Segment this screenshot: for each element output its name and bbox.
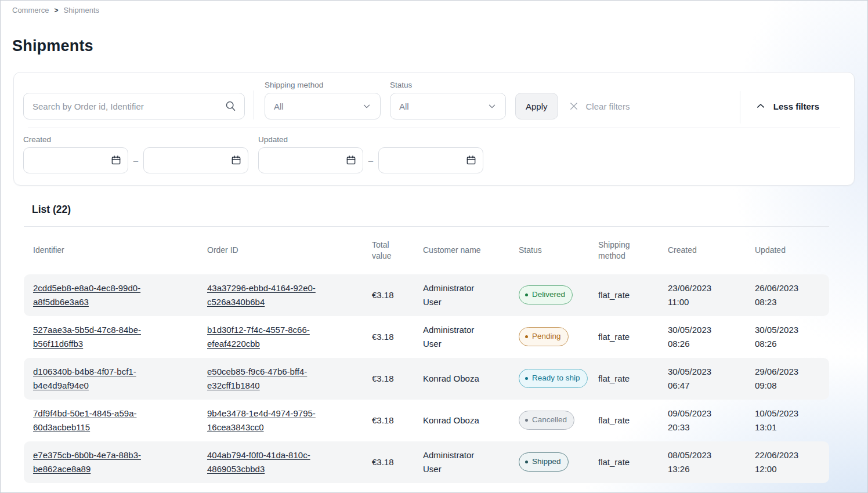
search-input[interactable] bbox=[23, 93, 245, 119]
column-header-updated: Updated bbox=[746, 227, 829, 274]
status-dot-icon bbox=[525, 419, 528, 422]
order-id-link[interactable]: b1d30f12-7f4c-4557-8c66-efeaf4220cbb bbox=[207, 323, 338, 351]
status-value: All bbox=[399, 102, 409, 111]
customer-name-cell: Administrator User bbox=[414, 316, 509, 358]
table-body: 2cdd5eb8-e8a0-4ec8-99d0-a8f5db6e3a63 43a… bbox=[24, 274, 829, 483]
shipments-table: Identifier Order ID Total value Customer… bbox=[24, 227, 829, 483]
shipping-method-cell: flat_rate bbox=[589, 448, 659, 476]
table-row: d106340b-b4b8-4f07-bcf1-b4e4d9af94e0 e50… bbox=[24, 358, 829, 400]
status-cell: Shipped bbox=[509, 445, 589, 478]
calendar-icon[interactable] bbox=[465, 154, 477, 166]
date-range-separator: – bbox=[128, 155, 143, 165]
shipping-method-value: All bbox=[274, 102, 284, 111]
order-id-link[interactable]: 404ab794-f0f0-41da-810c-4869053cbbd3 bbox=[207, 448, 338, 476]
calendar-icon[interactable] bbox=[345, 154, 357, 166]
status-label: Status bbox=[390, 81, 506, 89]
calendar-icon[interactable] bbox=[110, 154, 122, 166]
status-cell: Delivered bbox=[509, 278, 589, 311]
status-cell: Cancelled bbox=[509, 404, 589, 437]
column-header-customer-name: Customer name bbox=[414, 227, 509, 274]
updated-cell: 22/06/2023 12:00 bbox=[746, 441, 829, 483]
status-badge: Ready to ship bbox=[519, 369, 588, 388]
order-id-cell: 9b4e3478-1e4d-4974-9795-16cea3843cc0 bbox=[198, 400, 363, 441]
close-icon bbox=[569, 101, 579, 111]
table-row: 2cdd5eb8-e8a0-4ec8-99d0-a8f5db6e3a63 43a… bbox=[24, 274, 829, 316]
status-badge-label: Shipped bbox=[532, 455, 561, 468]
status-cell: Pending bbox=[509, 320, 589, 353]
search-icon bbox=[225, 100, 237, 112]
updated-cell: 30/05/2023 08:26 bbox=[746, 316, 829, 358]
created-cell: 30/05/2023 06:47 bbox=[659, 358, 746, 400]
shipping-method-select[interactable]: All bbox=[265, 93, 381, 119]
status-badge: Pending bbox=[519, 327, 569, 346]
column-header-order-id: Order ID bbox=[198, 227, 363, 274]
status-dot-icon bbox=[525, 293, 528, 296]
column-header-status: Status bbox=[509, 227, 589, 274]
clear-filters-button[interactable]: Clear filters bbox=[569, 93, 630, 119]
order-id-link[interactable]: 9b4e3478-1e4d-4974-9795-16cea3843cc0 bbox=[207, 407, 338, 434]
chevron-up-icon bbox=[755, 101, 766, 111]
identifier-link[interactable]: e7e375cb-6b0b-4e7a-88b3-be862ace8a89 bbox=[33, 448, 164, 476]
breadcrumb-item-shipments[interactable]: Shipments bbox=[64, 6, 99, 14]
shipping-method-label: Shipping method bbox=[265, 81, 381, 89]
updated-cell: 26/06/2023 08:23 bbox=[746, 274, 829, 316]
table-row: 7df9f4bd-50e1-4845-a59a-60d3acbeb115 9b4… bbox=[24, 400, 829, 441]
customer-name-cell: Administrator User bbox=[414, 274, 509, 316]
identifier-cell: d106340b-b4b8-4f07-bcf1-b4e4d9af94e0 bbox=[24, 358, 198, 400]
table-row: 527aae3a-5b5d-47c8-84be-b56f11d6ffb3 b1d… bbox=[24, 316, 829, 358]
status-select[interactable]: All bbox=[390, 93, 506, 119]
status-dot-icon bbox=[525, 335, 528, 338]
identifier-link[interactable]: d106340b-b4b8-4f07-bcf1-b4e4d9af94e0 bbox=[33, 365, 164, 393]
status-badge-label: Pending bbox=[532, 330, 561, 343]
created-cell: 30/05/2023 08:26 bbox=[659, 316, 746, 358]
chevron-down-icon bbox=[487, 101, 497, 111]
customer-name-cell: Konrad Oboza bbox=[414, 407, 509, 434]
shipping-method-cell: flat_rate bbox=[589, 323, 659, 351]
list-title: List (22) bbox=[32, 204, 867, 216]
identifier-cell: 7df9f4bd-50e1-4845-a59a-60d3acbeb115 bbox=[24, 400, 198, 441]
shipping-method-cell: flat_rate bbox=[589, 281, 659, 309]
chevron-down-icon bbox=[361, 101, 372, 111]
filters-divider bbox=[254, 90, 254, 119]
total-value-cell: €3.18 bbox=[363, 448, 414, 476]
page-title: Shipments bbox=[12, 37, 867, 55]
status-badge: Delivered bbox=[519, 285, 573, 304]
updated-cell: 29/06/2023 09:08 bbox=[746, 358, 829, 400]
calendar-icon[interactable] bbox=[230, 154, 242, 166]
created-cell: 08/05/2023 13:26 bbox=[659, 441, 746, 483]
filters-row-divider bbox=[28, 128, 840, 128]
identifier-link[interactable]: 2cdd5eb8-e8a0-4ec8-99d0-a8f5db6e3a63 bbox=[33, 281, 164, 309]
filters-panel: Shipping method All Status All bbox=[13, 72, 855, 186]
status-dot-icon bbox=[525, 377, 528, 380]
customer-name-cell: Konrad Oboza bbox=[414, 365, 509, 393]
shipping-method-cell: flat_rate bbox=[589, 407, 659, 434]
order-id-cell: b1d30f12-7f4c-4557-8c66-efeaf4220cbb bbox=[198, 316, 363, 358]
order-id-link[interactable]: e50ceb85-f9c6-47b6-bff4-e32cff1b1840 bbox=[207, 365, 338, 393]
table-header-row: Identifier Order ID Total value Customer… bbox=[24, 227, 829, 274]
breadcrumb-item-commerce[interactable]: Commerce bbox=[12, 6, 49, 14]
order-id-cell: 404ab794-f0f0-41da-810c-4869053cbbd3 bbox=[198, 441, 363, 483]
status-badge-label: Ready to ship bbox=[532, 372, 580, 385]
status-cell: Ready to ship bbox=[509, 362, 589, 395]
clear-filters-label: Clear filters bbox=[586, 102, 630, 111]
order-id-cell: 43a37296-ebbd-4164-92e0-c526a340b6b4 bbox=[198, 274, 363, 316]
search-field-wrap bbox=[23, 93, 245, 119]
created-filter-label: Created bbox=[23, 135, 248, 144]
updated-cell: 10/05/2023 13:01 bbox=[746, 400, 829, 441]
column-header-shipping-method: Shipping method bbox=[589, 227, 659, 274]
identifier-cell: e7e375cb-6b0b-4e7a-88b3-be862ace8a89 bbox=[24, 441, 198, 483]
apply-button[interactable]: Apply bbox=[515, 93, 558, 119]
order-id-link[interactable]: 43a37296-ebbd-4164-92e0-c526a340b6b4 bbox=[207, 281, 338, 309]
identifier-link[interactable]: 7df9f4bd-50e1-4845-a59a-60d3acbeb115 bbox=[33, 407, 164, 434]
less-filters-label: Less filters bbox=[773, 102, 819, 111]
identifier-link[interactable]: 527aae3a-5b5d-47c8-84be-b56f11d6ffb3 bbox=[33, 323, 164, 351]
less-filters-button[interactable]: Less filters bbox=[740, 101, 845, 111]
column-header-created: Created bbox=[659, 227, 746, 274]
column-header-total-value: Total value bbox=[363, 227, 414, 274]
status-badge: Cancelled bbox=[519, 411, 574, 430]
status-badge: Shipped bbox=[519, 452, 569, 472]
table-row: e7e375cb-6b0b-4e7a-88b3-be862ace8a89 404… bbox=[24, 441, 829, 483]
identifier-cell: 527aae3a-5b5d-47c8-84be-b56f11d6ffb3 bbox=[24, 316, 198, 358]
order-id-cell: e50ceb85-f9c6-47b6-bff4-e32cff1b1840 bbox=[198, 358, 363, 400]
total-value-cell: €3.18 bbox=[363, 323, 414, 351]
